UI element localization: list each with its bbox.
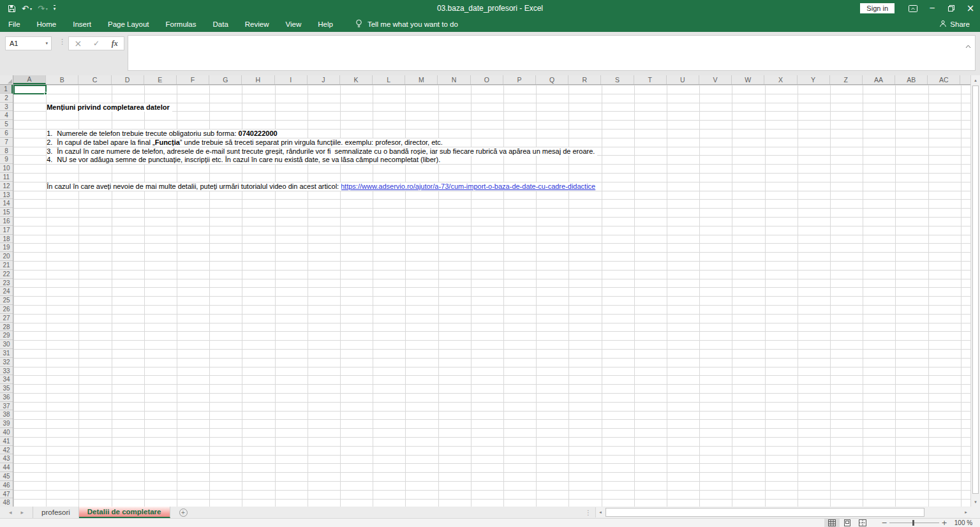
sign-in-button[interactable]: Sign in	[860, 3, 895, 13]
column-header-K[interactable]: K	[340, 75, 373, 84]
column-header-G[interactable]: G	[209, 75, 242, 84]
row-header-5[interactable]: 5	[0, 120, 13, 129]
normal-view-icon[interactable]	[824, 519, 840, 527]
scroll-up-icon[interactable]: ▴	[971, 75, 980, 85]
row-header-6[interactable]: 6	[0, 129, 13, 138]
minimize-button[interactable]: ─	[923, 0, 942, 17]
column-header-D[interactable]: D	[112, 75, 144, 84]
column-header-C[interactable]: C	[78, 75, 111, 84]
column-header-AB[interactable]: AB	[895, 75, 928, 84]
zoom-slider-thumb[interactable]	[912, 520, 914, 526]
ribbon-tab-help[interactable]: Help	[309, 17, 341, 32]
column-header-L[interactable]: L	[373, 75, 405, 84]
row-header-20[interactable]: 20	[0, 252, 13, 261]
row-header-3[interactable]: 3	[0, 103, 13, 112]
column-header-A[interactable]: A	[13, 75, 46, 84]
row-header-14[interactable]: 14	[0, 199, 13, 208]
fill-handle[interactable]	[44, 92, 47, 95]
row-header-31[interactable]: 31	[0, 349, 13, 358]
row-header-48[interactable]: 48	[0, 498, 13, 507]
ribbon-tab-file[interactable]: File	[0, 17, 29, 32]
formula-bar-input[interactable]	[128, 35, 976, 71]
undo-icon[interactable]: ↶▾	[19, 1, 34, 15]
new-sheet-button[interactable]: +	[179, 508, 188, 517]
row-header-37[interactable]: 37	[0, 402, 13, 411]
selected-cell-a1[interactable]	[13, 85, 47, 94]
zoom-slider[interactable]	[889, 523, 939, 523]
row-header-43[interactable]: 43	[0, 454, 13, 463]
ribbon-tab-view[interactable]: View	[278, 17, 310, 32]
scroll-down-icon[interactable]: ▾	[971, 497, 980, 507]
zoom-out-icon[interactable]: −	[879, 519, 889, 527]
row-header-41[interactable]: 41	[0, 437, 13, 446]
column-header-Y[interactable]: Y	[798, 75, 830, 84]
horizontal-scrollbar[interactable]: ◂ ▸	[595, 507, 970, 517]
column-header-M[interactable]: M	[405, 75, 438, 84]
restore-button[interactable]	[942, 0, 961, 17]
cancel-icon[interactable]: ×	[69, 38, 87, 48]
row-header-1[interactable]: 1	[0, 85, 13, 94]
row-header-10[interactable]: 10	[0, 164, 13, 173]
row-header-15[interactable]: 15	[0, 208, 13, 217]
row-header-28[interactable]: 28	[0, 323, 13, 332]
column-header-H[interactable]: H	[242, 75, 274, 84]
scroll-left-icon[interactable]: ◂	[596, 507, 605, 517]
column-header-F[interactable]: F	[177, 75, 209, 84]
column-header-J[interactable]: J	[308, 75, 340, 84]
row-header-22[interactable]: 22	[0, 270, 13, 279]
ribbon-tab-insert[interactable]: Insert	[64, 17, 100, 32]
row-header-16[interactable]: 16	[0, 217, 13, 226]
page-layout-view-icon[interactable]	[840, 519, 855, 527]
column-header-I[interactable]: I	[275, 75, 308, 84]
column-header-S[interactable]: S	[601, 75, 634, 84]
customize-qat-icon[interactable]: ▾	[51, 1, 59, 15]
sheet-tab-profesori[interactable]: profesori	[33, 507, 79, 518]
column-header-N[interactable]: N	[438, 75, 470, 84]
row-header-27[interactable]: 27	[0, 314, 13, 323]
formula-splitter[interactable]: ⋮	[59, 38, 66, 46]
row-header-8[interactable]: 8	[0, 147, 13, 156]
insert-function-icon[interactable]: fx	[105, 39, 124, 48]
row-header-47[interactable]: 47	[0, 490, 13, 499]
row-header-23[interactable]: 23	[0, 279, 13, 288]
row-header-26[interactable]: 26	[0, 305, 13, 314]
row-header-2[interactable]: 2	[0, 94, 13, 103]
zoom-level-label[interactable]: 100 %	[949, 519, 977, 526]
column-header-E[interactable]: E	[144, 75, 177, 84]
select-all-corner[interactable]	[0, 75, 13, 84]
column-header-B[interactable]: B	[46, 75, 78, 84]
row-header-29[interactable]: 29	[0, 331, 13, 340]
row-header-24[interactable]: 24	[0, 287, 13, 296]
row-header-39[interactable]: 39	[0, 419, 13, 428]
save-icon[interactable]	[5, 1, 19, 15]
column-header-W[interactable]: W	[732, 75, 764, 84]
sheet-tab-detalii-de-completare[interactable]: Detalii de completare	[79, 507, 170, 518]
scroll-right-icon[interactable]: ▸	[961, 507, 970, 517]
row-header-45[interactable]: 45	[0, 472, 13, 481]
collapse-formula-bar-icon[interactable]	[965, 40, 971, 51]
row-header-46[interactable]: 46	[0, 481, 13, 490]
row-header-30[interactable]: 30	[0, 340, 13, 349]
row-header-13[interactable]: 13	[0, 191, 13, 200]
row-header-21[interactable]: 21	[0, 261, 13, 270]
column-header-R[interactable]: R	[568, 75, 601, 84]
ribbon-tab-home[interactable]: Home	[29, 17, 65, 32]
row-header-34[interactable]: 34	[0, 375, 13, 384]
column-header-Z[interactable]: Z	[830, 75, 863, 84]
column-header-U[interactable]: U	[667, 75, 699, 84]
row-header-11[interactable]: 11	[0, 173, 13, 182]
ribbon-tab-data[interactable]: Data	[205, 17, 237, 32]
tutorial-hyperlink[interactable]: https://www.adservio.ro/ajutor/a-73/cum-…	[341, 182, 595, 190]
ribbon-tab-review[interactable]: Review	[237, 17, 278, 32]
row-header-38[interactable]: 38	[0, 410, 13, 419]
row-header-25[interactable]: 25	[0, 296, 13, 305]
row-header-17[interactable]: 17	[0, 226, 13, 235]
row-header-44[interactable]: 44	[0, 463, 13, 472]
ribbon-display-options-icon[interactable]	[903, 0, 923, 17]
column-header-O[interactable]: O	[471, 75, 503, 84]
row-header-12[interactable]: 12	[0, 182, 13, 191]
prev-sheet-icon[interactable]: ◂	[9, 509, 12, 516]
column-header-V[interactable]: V	[699, 75, 732, 84]
row-header-36[interactable]: 36	[0, 393, 13, 402]
name-box[interactable]: A1 ▾	[5, 36, 52, 50]
